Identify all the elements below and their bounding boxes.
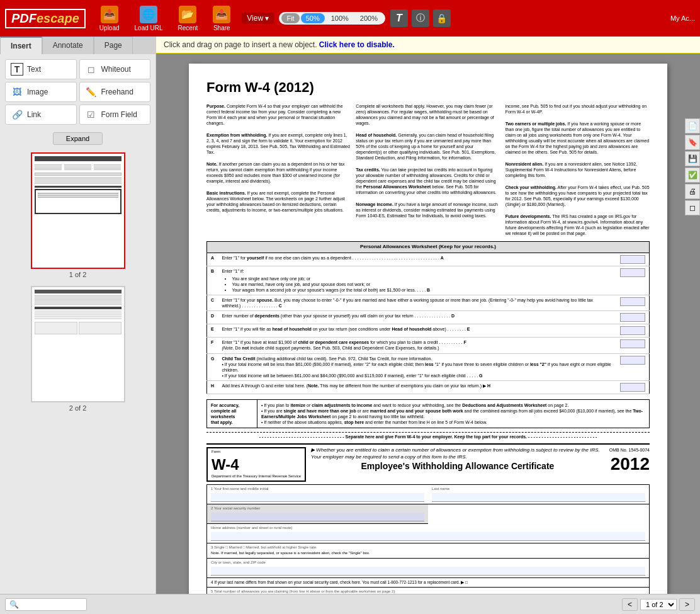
link-tool-button[interactable]: 🔗 Link [5,105,77,125]
table-row: H Add lines A through G and enter total … [207,380,650,394]
field-e[interactable] [620,326,645,335]
topbar: PDFescape 📤 Upload 🌐 Load URL 📂 Recent 📤… [0,0,700,37]
image-tool-icon: 🖼 [11,86,23,98]
tab-insert[interactable]: Insert [0,37,42,54]
search-input[interactable] [19,601,82,608]
field-b[interactable] [620,268,645,277]
address-input[interactable] [211,532,645,541]
zoom-100-button[interactable]: 100% [326,13,354,23]
prev-page-button[interactable]: < [622,598,638,611]
firstname-input[interactable] [211,493,424,502]
allowances-table: Personal Allowances Worksheet (Keep for … [206,241,650,394]
my-account-button[interactable]: My Ac... [670,14,695,22]
side-icon-6[interactable]: ◻ [685,200,700,215]
lastname-input[interactable] [432,493,645,502]
loadurl-group: 🌐 Load URL [131,4,167,33]
notify-bar: Click and drag on page to insert a new o… [156,37,700,54]
recent-icon: 📂 [179,6,196,23]
disable-link[interactable]: Click here to disable. [319,40,395,49]
w4-badge: Form W-4 Department of the Treasury Inte… [206,447,306,482]
side-icon-3[interactable]: 💾 [685,151,700,166]
field-f[interactable] [620,339,645,348]
whiteout-tool-button[interactable]: ◻ Whiteout [79,59,151,79]
field-marital-row: 3 Single □ Married □ Married, but withho… [207,543,649,559]
tab-page[interactable]: Page [94,37,133,54]
text-tool-button[interactable]: T Text [5,59,77,79]
table-row: A Enter "1" for yourself if no one else … [207,253,650,266]
cert-right: OMB No. 1545-0074 2012 [609,447,650,475]
loadurl-button[interactable]: 🌐 Load URL [131,4,167,33]
thumb-content-1 [32,154,124,268]
expand-button[interactable]: Expand [53,132,103,145]
info-button[interactable]: ⓘ [412,9,429,27]
main-content[interactable]: Click and drag on page to insert a new o… [156,37,700,594]
share-button[interactable]: 📤 Share [209,4,234,33]
zoom-50-button[interactable]: 50% [301,13,325,23]
table-row: C Enter "1" for your spouse. But, you ma… [207,295,650,311]
field-city-row: City or town, state, and ZIP code [207,559,649,578]
accuracy-label: For accuracy,complete allworksheetsthat … [207,400,257,428]
search-icon: 🔍 [9,600,19,609]
cert-header: Form W-4 Department of the Treasury Inte… [206,443,650,482]
field-g[interactable] [620,356,645,365]
freehand-tool-button[interactable]: ✏️ Freehand [79,82,151,102]
nav-btns: < 1 of 2 2 of 2 > [622,598,695,611]
omb-label: OMB No. 1545-0074 [609,447,650,453]
tool-grid: T Text ◻ Whiteout 🖼 Image ✏️ Freehand 🔗 … [0,54,155,130]
logo[interactable]: PDFescape [5,9,86,28]
text-cursor-tool[interactable]: T [390,9,408,27]
image-tool-button[interactable]: 🖼 Image [5,82,77,102]
thumb-label-1: 1 of 2 [69,271,87,278]
w4-col-right: income, see Pub. 505 to find out if you … [505,103,650,237]
thumb-frame-2 [31,286,125,402]
table-row: G Child Tax Credit (including additional… [207,353,650,380]
next-page-button[interactable]: > [679,598,695,611]
tab-bar: Insert Annotate Page [0,37,155,54]
table-row: B Enter "1" if: You are single and have … [207,266,650,295]
page-select[interactable]: 1 of 2 2 of 2 [640,599,677,610]
year-display: 2012 [609,453,650,475]
fit-button[interactable]: Fit [281,13,299,23]
cert-center: ▶ Whether you are entitled to claim a ce… [311,447,604,472]
field-allowances-row: 5 Total number of allowances you are cla… [207,588,649,594]
field-lastname-row: Last name [428,485,649,504]
tool-icons: T ⓘ 🔒 [390,9,451,27]
field-h[interactable] [620,383,645,392]
field-d[interactable] [620,313,645,322]
text-tool-icon: T [11,63,23,76]
thumb-label-2: 2 of 2 [69,404,87,412]
upload-group: 📤 Upload [96,4,123,33]
ssn-input[interactable] [211,513,424,521]
field-c[interactable] [620,297,645,306]
thumbnail-page1[interactable]: 1 of 2 [31,152,125,278]
formfield-tool-icon: ☑ [85,108,98,121]
share-icon: 📤 [213,6,230,23]
tab-annotate[interactable]: Annotate [42,37,94,54]
bottom-bar: 🔍 < 1 of 2 2 of 2 > [0,594,700,614]
side-icon-5[interactable]: 🖨 [685,184,700,199]
lock-button[interactable]: 🔒 [433,9,451,27]
upload-button[interactable]: 📤 Upload [96,4,123,33]
formfield-tool-button[interactable]: ☑ Form Field [79,105,151,125]
accuracy-box: For accuracy,complete allworksheetsthat … [206,399,650,428]
city-input[interactable] [211,567,645,576]
side-icon-1[interactable]: 📄 [685,118,700,134]
table-row: E Enter "1" if you will file as head of … [207,324,650,338]
side-icon-2[interactable]: 🔖 [685,135,700,150]
w4-col-middle: Complete all worksheets that apply. Howe… [356,103,500,237]
w4-top-section: Purpose. Complete Form W-4 so that your … [206,103,650,237]
view-button[interactable]: View ▾ [242,13,274,24]
sep-line: - - - - - - - - - - - - - - - - - - - - … [206,432,650,440]
side-icons: 📄 🔖 💾 ✅ 🖨 ◻ [685,118,700,215]
field-a[interactable] [620,255,645,264]
page-indicator: 1 of 2 2 of 2 [640,599,677,610]
thumb-content-2 [32,287,124,401]
thumbnail-page2[interactable]: 2 of 2 [31,286,125,412]
share-group: 📤 Share [209,4,234,33]
thumb-frame-1 [31,152,125,269]
table-row: F Enter "1" if you have at least $1,900 … [207,338,650,353]
recent-button[interactable]: 📂 Recent [174,4,202,33]
side-icon-4[interactable]: ✅ [685,168,700,183]
zoom-200-button[interactable]: 200% [355,13,383,23]
field-lastname-diff-row: 4 If your last name differs from that sh… [207,578,649,588]
